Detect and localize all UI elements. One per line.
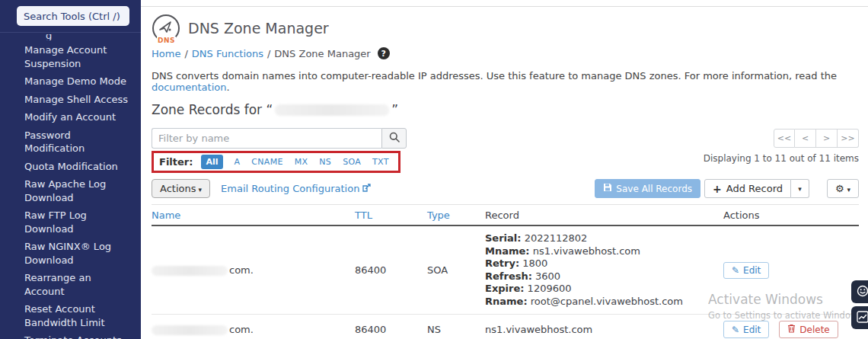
plus-icon: +: [713, 183, 722, 195]
sidebar-item-raw-ftp-log-download[interactable]: Raw FTP Log Download: [24, 209, 133, 235]
soa-field-serial: Serial: 2022112802: [485, 232, 717, 245]
filter-option-soa[interactable]: SOA: [343, 157, 361, 167]
add-record-dropdown-caret[interactable]: ▾: [791, 179, 809, 198]
zone-heading-prefix: Zone Records for “: [152, 102, 273, 117]
settings-gear-button[interactable]: ⚙ ▾: [827, 179, 859, 198]
email-routing-configuration-link[interactable]: Email Routing Configuration: [221, 183, 371, 194]
soa-field-refresh: Refresh: 3600: [485, 270, 717, 283]
dns-logo-label: DNS: [157, 37, 176, 44]
soa-field-rname: Rname: root@cpanel.vivawebhost.com: [485, 296, 717, 309]
pager-prev-button[interactable]: <: [795, 129, 816, 148]
sidebar-item-terminate-accounts[interactable]: Terminate Accounts: [24, 334, 133, 339]
sidebar-item-raw-nginx-log-download[interactable]: Raw NGINX® Log Download: [24, 240, 133, 267]
sidebar-item-rearrange-an-account[interactable]: Rearrange an Account: [24, 271, 133, 298]
cell-actions: ✎Edit Delete: [723, 315, 859, 339]
cell-record: ns1.vivawebhost.com: [485, 318, 723, 339]
sidebar: g Manage Account Suspension Manage Demo …: [0, 0, 141, 339]
soa-field-retry: Retry: 1800: [485, 257, 717, 270]
feedback-smiley-icon: [857, 285, 868, 299]
cell-actions: ✎Edit: [723, 256, 859, 285]
main-content: DNS DNS Zone Manager Home / DNS Function…: [141, 0, 868, 339]
caret-down-icon: ▾: [847, 186, 850, 193]
filter-option-a[interactable]: A: [235, 157, 241, 167]
dns-zone-manager-screen: g Manage Account Suspension Manage Demo …: [0, 0, 868, 339]
filter-option-txt[interactable]: TXT: [372, 157, 389, 167]
pager-buttons: << < > >>: [774, 129, 859, 148]
delete-trash-icon: [787, 324, 796, 335]
pager-next-button[interactable]: >: [816, 129, 838, 148]
actions-dropdown-button[interactable]: Actions▾: [152, 179, 210, 198]
name-suffix: com.: [229, 264, 254, 276]
soa-field-expire: Expire: 1209600: [485, 283, 717, 296]
save-all-records-button[interactable]: Save All Records: [595, 179, 700, 198]
external-link-icon: [362, 183, 371, 194]
edit-label: Edit: [743, 265, 761, 276]
redacted-domain: [152, 266, 228, 276]
search-button[interactable]: [381, 128, 407, 149]
pagination-status: Displaying 1 to 11 out of 11 items: [704, 153, 859, 164]
delete-label: Delete: [799, 325, 829, 335]
cell-ttl: 86400: [355, 318, 427, 339]
top-divider: [141, 0, 868, 7]
column-header-name[interactable]: Name: [152, 205, 355, 225]
sidebar-item-quota-modification[interactable]: Quota Modification: [24, 160, 133, 174]
cell-type: NS: [427, 318, 485, 339]
actions-label: Actions: [160, 183, 196, 194]
filter-by-name-input[interactable]: [152, 128, 381, 149]
caret-down-icon: ▾: [199, 186, 203, 193]
feedback-button[interactable]: [851, 280, 868, 303]
filter-option-cname[interactable]: CNAME: [251, 157, 282, 167]
column-header-actions: Actions: [723, 205, 859, 225]
breadcrumb-dns-functions-link[interactable]: DNS Functions: [192, 48, 263, 59]
redacted-domain: [275, 104, 389, 116]
sidebar-item-password-modification[interactable]: Password Modification: [24, 129, 133, 155]
breadcrumb-separator: /: [184, 48, 187, 59]
edit-pencil-icon: ✎: [732, 265, 739, 276]
sidebar-item-manage-demo-mode[interactable]: Manage Demo Mode: [24, 75, 133, 88]
filter-option-ns[interactable]: NS: [319, 157, 331, 167]
table-row-ns1: com. 86400 NS ns1.vivawebhost.com ✎Edit …: [152, 315, 859, 339]
sidebar-item-raw-apache-log-download[interactable]: Raw Apache Log Download: [24, 177, 133, 204]
analytics-button[interactable]: [851, 306, 868, 329]
sidebar-item-clipped[interactable]: g: [46, 34, 133, 40]
sidebar-item-reset-account-bandwidth-limit[interactable]: Reset Account Bandwidth Limit: [24, 302, 133, 329]
edit-button[interactable]: ✎Edit: [723, 321, 769, 338]
sidebar-item-modify-an-account[interactable]: Modify an Account: [24, 110, 133, 124]
filter-option-mx[interactable]: MX: [295, 157, 308, 167]
save-all-label: Save All Records: [616, 184, 692, 194]
delete-button[interactable]: Delete: [779, 321, 838, 338]
edit-button[interactable]: ✎Edit: [723, 262, 769, 279]
filter-input-group: [152, 128, 407, 149]
search-tools-input[interactable]: [17, 6, 129, 26]
column-header-record: Record: [485, 205, 723, 225]
pager-last-button[interactable]: >>: [838, 129, 859, 148]
search-icon: [389, 132, 400, 145]
pagination: << < > >> Displaying 1 to 11 out of 11 i…: [704, 129, 859, 173]
toolbar-right: Save All Records +Add Record ▾ ⚙ ▾: [595, 179, 859, 198]
zone-heading-suffix: ”: [391, 102, 398, 117]
breadcrumb: Home / DNS Functions / DNS Zone Manager …: [152, 47, 859, 59]
documentation-link[interactable]: documentation: [152, 82, 226, 93]
sidebar-item-manage-shell-access[interactable]: Manage Shell Access: [24, 93, 133, 107]
dns-zone-manager-icon: DNS: [152, 14, 180, 43]
breadcrumb-home-link[interactable]: Home: [152, 48, 180, 59]
page-title: DNS Zone Manager: [188, 20, 329, 37]
zone-records-heading: Zone Records for “”: [152, 102, 859, 117]
edit-label: Edit: [743, 325, 761, 335]
pager-first-button[interactable]: <<: [774, 129, 795, 148]
sidebar-item-manage-account-suspension[interactable]: Manage Account Suspension: [24, 43, 133, 70]
table-row-soa: com. 86400 SOA Serial: 2022112802 Mname:…: [152, 226, 859, 315]
add-record-group: +Add Record ▾: [704, 179, 809, 198]
filter-option-all[interactable]: All: [201, 155, 222, 169]
controls-row: Filter: All A CNAME MX NS SOA TXT << < >…: [152, 128, 859, 173]
add-record-button[interactable]: +Add Record: [704, 179, 791, 198]
page-description: DNS converts domain names into computer-…: [152, 70, 859, 93]
cell-name: com.: [152, 258, 355, 282]
help-icon[interactable]: ?: [378, 47, 390, 59]
cell-name: com.: [152, 318, 355, 339]
column-header-ttl[interactable]: TTL: [355, 205, 427, 225]
floating-edge-buttons: [851, 280, 868, 329]
redacted-domain: [152, 325, 228, 335]
breadcrumb-current: DNS Zone Manager: [274, 48, 370, 59]
column-header-type[interactable]: Type: [427, 205, 485, 225]
